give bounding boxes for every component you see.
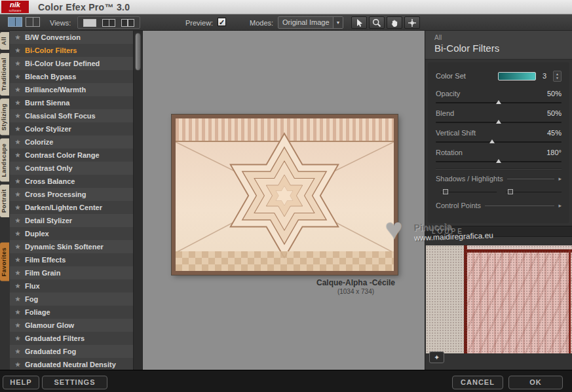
panel-layout-icon[interactable] (8, 17, 22, 27)
color-set-swatch[interactable] (498, 72, 536, 80)
filter-list-item[interactable]: ★ Color Stylizer (10, 122, 134, 135)
filter-list-item[interactable]: ★ B/W Conversion (10, 31, 134, 44)
filter-list-item[interactable]: ★ Flux (10, 279, 134, 293)
filter-list-item[interactable]: ★ Classical Soft Focus (10, 109, 134, 122)
favorite-star-icon[interactable]: ★ (15, 296, 21, 302)
filter-list-item[interactable]: ★ Duplex (10, 227, 134, 240)
slider-track[interactable] (436, 102, 562, 103)
panel-layout-alt-icon[interactable] (26, 17, 40, 27)
favorite-star-icon[interactable]: ★ (15, 217, 21, 224)
favorite-star-icon[interactable]: ★ (15, 60, 21, 67)
category-tab[interactable]: All (0, 32, 9, 50)
settings-button[interactable]: SETTINGS (42, 376, 107, 389)
section-expand-icon[interactable]: ▸ (558, 202, 562, 209)
filter-list-item[interactable]: ★ Bi-Color Filters (10, 44, 134, 57)
shadows-highlights-header[interactable]: Shadows / Highlights ▸ (436, 175, 562, 183)
favorite-star-icon[interactable]: ★ (15, 73, 21, 80)
center-point-tool-button[interactable] (404, 16, 420, 29)
scrollbar-thumb[interactable] (135, 33, 141, 71)
favorite-star-icon[interactable]: ★ (15, 113, 21, 119)
shadows-slider[interactable] (441, 188, 497, 195)
cancel-button[interactable]: CANCEL (452, 376, 503, 389)
slider-marker[interactable] (496, 159, 501, 163)
preview-image[interactable] (172, 115, 398, 275)
preview-checkbox[interactable]: ✓ (218, 18, 226, 26)
filter-list-item[interactable]: ★ Darken/Lighten Center (10, 201, 134, 214)
favorite-star-icon[interactable]: ★ (15, 126, 21, 132)
ok-button[interactable]: OK (508, 376, 563, 389)
modes-dropdown[interactable]: Original Image ▼ (278, 16, 343, 29)
spinner-down-icon[interactable]: ▼ (556, 76, 559, 80)
slider-track[interactable] (436, 161, 562, 162)
filter-list-item[interactable]: ★ Foliage (10, 306, 134, 319)
filter-list-item[interactable]: ★ Film Grain (10, 266, 134, 279)
slider-marker[interactable] (489, 139, 495, 143)
favorite-star-icon[interactable]: ★ (15, 34, 21, 41)
favorite-star-icon[interactable]: ★ (15, 99, 21, 106)
filter-list-item[interactable]: ★ Graduated Neutral Density (10, 358, 134, 370)
category-tab[interactable]: Favorites (0, 243, 9, 281)
slider-value: 180° (546, 149, 562, 156)
favorite-star-icon[interactable]: ★ (15, 283, 21, 289)
favorite-star-icon[interactable]: ★ (15, 86, 21, 93)
favorite-star-icon[interactable]: ★ (15, 335, 21, 342)
filter-list-item[interactable]: ★ Detail Stylizer (10, 214, 134, 227)
favorite-star-icon[interactable]: ★ (15, 322, 21, 329)
filter-list-item[interactable]: ★ Graduated Filters (10, 332, 134, 345)
filter-list-item[interactable]: ★ Cross Balance (10, 175, 134, 188)
filter-list-item[interactable]: ★ Burnt Sienna (10, 96, 134, 109)
shadows-slider-handle[interactable] (443, 189, 448, 194)
highlights-slider-handle[interactable] (508, 189, 513, 194)
slider-marker[interactable] (496, 120, 501, 124)
slider-track[interactable] (436, 122, 562, 123)
filter-list-item[interactable]: ★ Contrast Color Range (10, 149, 134, 162)
control-points-header[interactable]: Control Points ▸ (436, 202, 562, 209)
favorite-star-icon[interactable]: ★ (15, 257, 21, 263)
favorite-star-icon[interactable]: ★ (15, 361, 21, 368)
slider-marker[interactable] (496, 100, 501, 104)
filter-list-item[interactable]: ★ Brilliance/Warmth (10, 83, 134, 96)
favorite-star-icon[interactable]: ★ (15, 191, 21, 198)
filter-list-item[interactable]: ★ Graduated Fog (10, 345, 134, 358)
favorite-star-icon[interactable]: ★ (15, 270, 21, 276)
filter-name: Fog (25, 295, 38, 303)
filter-list-item[interactable]: ★ Colorize (10, 135, 134, 149)
filter-list-item[interactable]: ★ Fog (10, 293, 134, 306)
favorite-star-icon[interactable]: ★ (15, 309, 21, 315)
filter-list-item[interactable]: ★ Film Effects (10, 253, 134, 266)
favorite-star-icon[interactable]: ★ (15, 230, 21, 237)
favorite-star-icon[interactable]: ★ (15, 47, 21, 54)
pan-tool-button[interactable] (387, 16, 402, 29)
help-button[interactable]: HELP (3, 376, 39, 389)
favorite-star-icon[interactable]: ★ (15, 348, 21, 355)
favorite-star-icon[interactable]: ★ (15, 152, 21, 158)
highlights-slider[interactable] (506, 188, 562, 195)
loupe-zoom-button[interactable]: ✦ (429, 351, 444, 363)
color-set-spinner[interactable]: ▲ ▼ (553, 71, 562, 82)
chevron-down-icon[interactable]: ▼ (333, 17, 343, 28)
filter-list-item[interactable]: ★ Dynamic Skin Softener (10, 240, 134, 253)
filter-list-item[interactable]: ★ Bleach Bypass (10, 70, 134, 83)
filter-list-item[interactable]: ★ Glamour Glow (10, 319, 134, 332)
favorite-star-icon[interactable]: ★ (15, 178, 21, 185)
favorite-star-icon[interactable]: ★ (15, 165, 21, 171)
select-tool-button[interactable] (351, 16, 367, 29)
category-tab[interactable]: Traditional (0, 53, 9, 96)
favorite-star-icon[interactable]: ★ (15, 204, 21, 211)
filter-list-scrollbar[interactable] (133, 31, 142, 370)
filter-list-item[interactable]: ★ Cross Processing (10, 188, 134, 201)
section-expand-icon[interactable]: ▸ (558, 175, 562, 182)
category-tab[interactable]: Stylizing (0, 99, 9, 135)
filter-list-item[interactable]: ★ Contrast Only (10, 162, 134, 175)
loupe-view[interactable] (426, 245, 572, 353)
favorite-star-icon[interactable]: ★ (15, 243, 21, 250)
filter-list-item[interactable]: ★ Bi-Color User Defined (10, 57, 134, 70)
favorite-star-icon[interactable]: ★ (15, 139, 21, 145)
slider-track[interactable] (436, 141, 562, 143)
zoom-tool-button[interactable] (369, 16, 385, 29)
view-single-button[interactable] (83, 19, 96, 27)
category-tab[interactable]: Portrait (0, 185, 9, 217)
view-side-by-side-button[interactable] (121, 19, 134, 27)
view-split-button[interactable] (102, 19, 115, 27)
category-tab[interactable]: Landscape (0, 139, 9, 182)
